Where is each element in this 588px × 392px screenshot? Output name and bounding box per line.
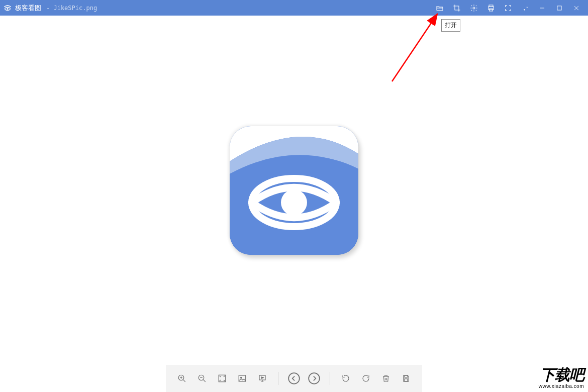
maximize-icon — [556, 5, 563, 12]
pin-icon — [521, 4, 529, 12]
open-tooltip: 打开 — [441, 19, 460, 32]
current-filename: - JikeSPic.png — [46, 5, 97, 12]
trash-icon — [381, 374, 390, 383]
save-icon — [402, 374, 411, 383]
svg-point-11 — [281, 189, 307, 216]
gear-icon — [470, 4, 478, 12]
crop-button[interactable] — [448, 0, 465, 16]
minimize-button[interactable] — [534, 0, 551, 16]
image-icon — [238, 374, 247, 383]
app-title: 极客看图 — [15, 4, 41, 13]
minimize-icon — [539, 5, 546, 12]
image-viewport[interactable] — [0, 16, 588, 365]
actual-size-button[interactable] — [234, 370, 251, 387]
save-button[interactable] — [398, 370, 415, 387]
print-button[interactable] — [482, 0, 500, 16]
open-button[interactable] — [431, 0, 448, 16]
separator — [330, 372, 330, 385]
zoom-in-button[interactable] — [173, 370, 190, 387]
pin-button[interactable] — [517, 0, 534, 16]
fit-screen-button[interactable] — [214, 370, 231, 387]
folder-open-icon — [436, 4, 444, 12]
prev-icon — [287, 372, 301, 385]
titlebar: 极客看图 - JikeSPic.png — [0, 0, 588, 16]
zoom-out-button[interactable] — [193, 370, 211, 387]
next-button[interactable] — [306, 370, 323, 387]
watermark-title: 下载吧 — [539, 367, 584, 382]
next-icon — [308, 372, 321, 385]
titlebar-left: 极客看图 - JikeSPic.png — [3, 4, 97, 13]
rotate-cw-icon — [361, 374, 370, 383]
slideshow-button[interactable] — [254, 370, 271, 387]
delete-button[interactable] — [377, 370, 395, 387]
titlebar-actions — [431, 0, 585, 16]
close-icon — [573, 5, 580, 12]
watermark: 下载吧 www.xiazaiba.com — [539, 367, 584, 389]
close-button[interactable] — [568, 0, 585, 16]
rotate-ccw-button[interactable] — [337, 370, 354, 387]
slideshow-icon — [258, 374, 267, 383]
svg-rect-21 — [405, 379, 408, 381]
fullscreen-icon — [504, 4, 512, 12]
zoom-out-icon — [198, 374, 207, 383]
svg-point-1 — [7, 8, 9, 10]
svg-point-18 — [288, 373, 300, 384]
displayed-image — [230, 126, 358, 255]
svg-rect-20 — [405, 375, 408, 377]
separator — [278, 372, 278, 385]
svg-point-2 — [473, 7, 475, 9]
svg-rect-5 — [489, 9, 493, 11]
fullscreen-button[interactable] — [500, 0, 517, 16]
rotate-ccw-icon — [341, 374, 350, 383]
zoom-in-icon — [177, 374, 186, 383]
watermark-url: www.xiazaiba.com — [539, 383, 584, 389]
svg-point-16 — [241, 377, 242, 378]
rotate-cw-button[interactable] — [357, 370, 374, 387]
svg-rect-15 — [239, 375, 246, 381]
fit-screen-icon — [218, 374, 227, 383]
bottom-toolbar — [166, 365, 422, 392]
maximize-button[interactable] — [551, 0, 568, 16]
print-icon — [487, 4, 495, 12]
svg-point-19 — [309, 373, 320, 384]
prev-button[interactable] — [285, 370, 303, 387]
app-logo-icon — [3, 4, 12, 13]
crop-icon — [453, 4, 461, 12]
settings-button[interactable] — [465, 0, 482, 16]
svg-rect-6 — [557, 6, 561, 10]
